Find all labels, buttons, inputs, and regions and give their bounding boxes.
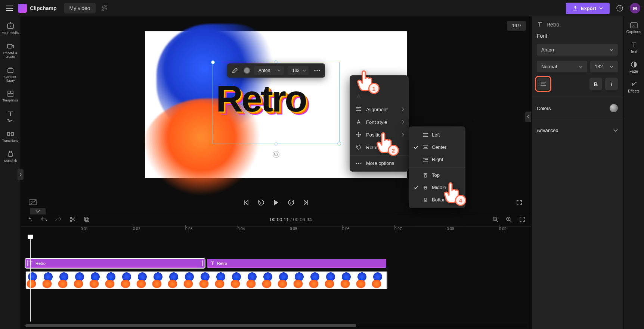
advanced-toggle[interactable]: Advanced bbox=[537, 126, 618, 135]
text-color-swatch[interactable] bbox=[244, 67, 250, 74]
align-bottom[interactable]: Bottom bbox=[409, 194, 465, 206]
ctx-alignment[interactable]: Alignment bbox=[350, 103, 409, 116]
right-panel-collapse[interactable] bbox=[525, 112, 531, 122]
play-button[interactable] bbox=[270, 197, 282, 209]
duplicate-button[interactable] bbox=[82, 215, 91, 224]
nav-brand-kit[interactable]: Brand kit bbox=[1, 147, 19, 167]
timeline-collapse-toggle[interactable] bbox=[30, 208, 46, 214]
captions-toggle[interactable]: CC bbox=[27, 197, 39, 209]
playhead[interactable] bbox=[30, 235, 31, 322]
ruler-tick: 0:07 bbox=[394, 227, 402, 231]
edit-text-button[interactable] bbox=[230, 66, 240, 75]
svg-point-16 bbox=[319, 70, 320, 71]
text-clip-icon bbox=[29, 261, 33, 266]
text-clip-2[interactable]: Retro bbox=[207, 259, 386, 268]
ruler-tick: 0:05 bbox=[290, 227, 297, 231]
nav-templates[interactable]: Templates bbox=[1, 87, 19, 106]
video-clip[interactable] bbox=[25, 271, 388, 289]
font-family-dropdown[interactable]: Anton bbox=[537, 44, 618, 56]
help-button[interactable] bbox=[614, 3, 625, 14]
nav-record-create[interactable]: Record & create bbox=[1, 40, 19, 63]
nav-your-media[interactable]: Your media bbox=[1, 19, 19, 39]
more-options-button[interactable] bbox=[312, 66, 322, 75]
rnav-captions[interactable]: CC Captions bbox=[625, 19, 643, 38]
forward-button[interactable]: 5 bbox=[285, 197, 297, 209]
rnav-label: Captions bbox=[626, 30, 641, 34]
hamburger-menu[interactable] bbox=[4, 3, 15, 14]
fade-icon bbox=[631, 61, 637, 68]
rnav-text[interactable]: Text bbox=[625, 38, 643, 57]
ruler-tick: 0:01 bbox=[81, 227, 88, 231]
nav-transitions[interactable]: Transitions bbox=[1, 127, 19, 147]
timeline: 00:00.11 / 00:06.94 bbox=[21, 212, 531, 329]
timeline-scrollbar[interactable] bbox=[25, 324, 527, 328]
svg-point-17 bbox=[356, 163, 357, 164]
aspect-ratio-button[interactable]: 16:9 bbox=[507, 21, 526, 31]
text-clip-1[interactable]: Retro bbox=[25, 259, 205, 268]
ctx-font-style[interactable]: Font style bbox=[350, 116, 409, 128]
text-clip-label: Retro bbox=[217, 261, 227, 266]
align-right[interactable]: Right bbox=[409, 153, 465, 166]
upload-icon bbox=[573, 6, 578, 11]
align-center-icon bbox=[540, 81, 546, 87]
rnav-effects[interactable]: Effects bbox=[625, 78, 643, 97]
bold-button[interactable]: B bbox=[589, 78, 602, 90]
svg-point-14 bbox=[314, 70, 315, 71]
rewind-button[interactable]: 5 bbox=[255, 197, 267, 209]
zoom-in-button[interactable] bbox=[504, 215, 513, 224]
svg-point-2 bbox=[619, 10, 620, 10]
magic-button[interactable] bbox=[25, 215, 34, 224]
user-avatar[interactable]: M bbox=[630, 3, 640, 13]
nav-label: Record & create bbox=[1, 51, 19, 59]
prev-clip-button[interactable] bbox=[240, 197, 252, 209]
position-icon bbox=[356, 132, 362, 138]
svg-rect-7 bbox=[8, 69, 13, 73]
font-size-select[interactable]: 132 bbox=[288, 66, 309, 75]
rotate-handle[interactable] bbox=[273, 151, 279, 158]
chevron-down-icon bbox=[277, 69, 281, 72]
font-section-label: Font bbox=[537, 33, 618, 39]
undo-button[interactable] bbox=[40, 215, 49, 224]
scrollbar-thumb[interactable] bbox=[25, 324, 356, 327]
text-icon bbox=[631, 41, 637, 48]
submenu-label: Top bbox=[432, 172, 440, 178]
ruler-tick: 0:03 bbox=[185, 227, 192, 231]
text-align-button[interactable] bbox=[537, 78, 549, 90]
ctx-font-preview bbox=[350, 78, 409, 90]
canvas-text[interactable]: Retro bbox=[216, 77, 342, 120]
font-weight-dropdown[interactable]: Normal bbox=[537, 61, 587, 72]
redo-icon bbox=[55, 217, 61, 222]
nav-content-library[interactable]: Content library bbox=[1, 63, 19, 87]
ctx-label: Position bbox=[366, 132, 383, 138]
project-name[interactable]: My video bbox=[64, 3, 96, 13]
rnav-fade[interactable]: Fade bbox=[625, 58, 643, 77]
zoom-out-button[interactable] bbox=[491, 215, 500, 224]
split-button[interactable] bbox=[68, 215, 77, 224]
right-sidebar: CC Captions Text Fade Effects bbox=[623, 16, 644, 329]
font-size-dropdown[interactable]: 132 bbox=[590, 61, 618, 72]
nav-text[interactable]: Text bbox=[1, 107, 19, 126]
ctx-position[interactable]: Position bbox=[350, 128, 409, 141]
next-clip-button[interactable] bbox=[300, 197, 312, 209]
time-sep: / bbox=[290, 217, 292, 222]
color-picker-button[interactable] bbox=[610, 104, 618, 112]
zoom-in-icon bbox=[506, 216, 512, 222]
export-button[interactable]: Export bbox=[566, 3, 610, 14]
align-center[interactable]: Center bbox=[409, 141, 465, 153]
italic-button[interactable]: I bbox=[605, 78, 618, 90]
fullscreen-button[interactable] bbox=[513, 197, 525, 209]
ctx-rotate[interactable]: Rotate by bbox=[350, 141, 409, 154]
timeline-ruler[interactable]: 0:01 0:02 0:03 0:04 0:05 0:06 0:07 0:08 … bbox=[21, 226, 531, 235]
align-middle[interactable]: Middle bbox=[409, 181, 465, 194]
chevron-down-icon bbox=[579, 66, 583, 68]
align-middle-icon bbox=[423, 185, 428, 190]
text-context-menu: Alignment Font style Position Rotate by bbox=[350, 75, 409, 172]
font-family-select[interactable]: Anton bbox=[254, 66, 284, 75]
font-family-value: Anton bbox=[541, 47, 554, 53]
zoom-fit-button[interactable] bbox=[518, 215, 527, 224]
scissors-icon bbox=[69, 216, 75, 222]
redo-button[interactable] bbox=[54, 215, 63, 224]
align-top[interactable]: Top bbox=[409, 169, 465, 181]
align-left[interactable]: Left bbox=[409, 129, 465, 141]
ctx-more-options[interactable]: More options bbox=[350, 157, 409, 169]
